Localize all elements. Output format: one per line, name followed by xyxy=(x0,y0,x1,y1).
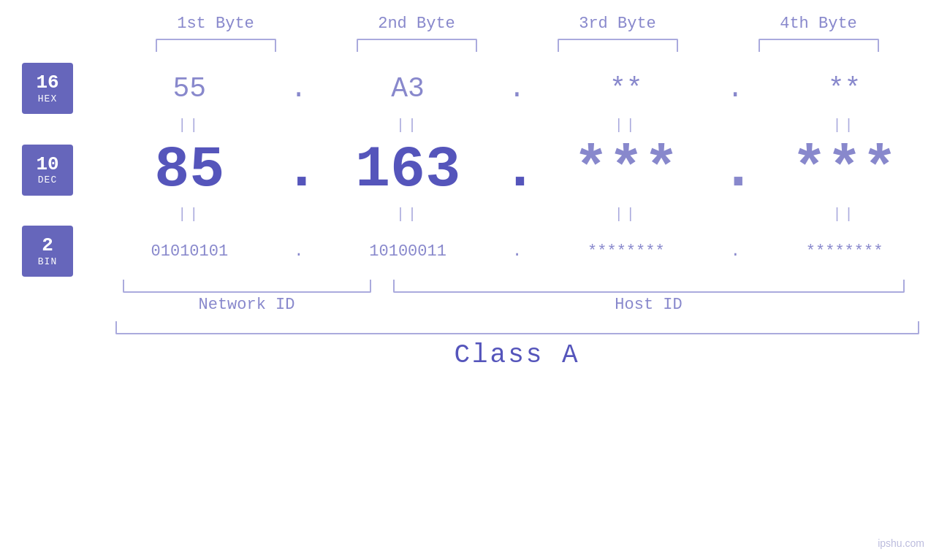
long-bracket-row xyxy=(115,321,919,334)
bin-badge-area: 2 BIN xyxy=(0,226,95,277)
byte1-header: 1st Byte xyxy=(115,15,316,33)
eq1-b1: || xyxy=(95,117,284,134)
host-bracket xyxy=(393,280,905,293)
hex-b3: ** xyxy=(532,73,721,104)
dec-b3: *** xyxy=(532,137,721,203)
network-id-label: Network ID xyxy=(115,296,379,314)
network-bracket-cell xyxy=(115,280,379,293)
byte2-header: 2nd Byte xyxy=(316,15,517,33)
eq1-b2: || xyxy=(313,117,503,134)
hex-sep1: . xyxy=(284,73,313,104)
hex-values: 55 . A3 . ** . ** xyxy=(95,73,939,104)
byte4-header: 4th Byte xyxy=(718,15,919,33)
byte3-header: 3rd Byte xyxy=(517,15,718,33)
equals-row-2: || || || || xyxy=(0,206,939,223)
bin-sep2: . xyxy=(503,242,532,261)
bracket-cell-2 xyxy=(316,39,517,52)
dec-badge-area: 10 DEC xyxy=(0,145,95,196)
main-container: 1st Byte 2nd Byte 3rd Byte 4th Byte 16 H… xyxy=(0,0,939,560)
bottom-brackets xyxy=(115,280,919,293)
id-labels: Network ID Host ID xyxy=(115,296,919,314)
bin-b2: 10100011 xyxy=(313,242,503,261)
eq1-b4: || xyxy=(750,117,939,134)
bin-row: 2 BIN 01010101 . 10100011 . ******** . *… xyxy=(0,226,939,277)
hex-sep2: . xyxy=(503,73,532,104)
bin-sep1: . xyxy=(284,242,313,261)
host-bracket-cell xyxy=(379,280,919,293)
hex-b2: A3 xyxy=(313,73,503,104)
class-label-container: Class A xyxy=(115,340,919,370)
dec-b1: 85 xyxy=(95,137,284,203)
bin-b4: ******** xyxy=(750,242,939,261)
hex-sep3: . xyxy=(721,73,750,104)
eq2-b4: || xyxy=(750,206,939,223)
bin-b1: 01010101 xyxy=(95,242,284,261)
hex-b4: ** xyxy=(750,73,939,104)
bin-values: 01010101 . 10100011 . ******** . *******… xyxy=(95,242,939,261)
hex-badge-area: 16 HEX xyxy=(0,63,95,114)
bracket-cell-3 xyxy=(517,39,718,52)
dec-sep3: . xyxy=(721,137,750,203)
long-bracket xyxy=(115,321,919,334)
bin-b3: ******** xyxy=(532,242,721,261)
network-bracket xyxy=(123,280,371,293)
bracket-cell-4 xyxy=(718,39,919,52)
dec-b2: 163 xyxy=(313,137,503,203)
eq2-b1: || xyxy=(95,206,284,223)
equals-row-1: || || || || xyxy=(0,117,939,134)
class-label: Class A xyxy=(454,340,579,370)
eq2-b2: || xyxy=(313,206,503,223)
dec-sep1: . xyxy=(284,137,313,203)
dec-values: 85 . 163 . *** . *** xyxy=(95,137,939,203)
dec-b4: *** xyxy=(750,137,939,203)
bracket-cell-1 xyxy=(115,39,316,52)
hex-badge: 16 HEX xyxy=(22,63,73,114)
watermark: ipshu.com xyxy=(878,537,924,549)
dec-badge: 10 DEC xyxy=(22,145,73,196)
host-id-label: Host ID xyxy=(379,296,919,314)
dec-sep2: . xyxy=(503,137,532,203)
hex-row: 16 HEX 55 . A3 . ** . ** xyxy=(0,63,939,114)
dec-row: 10 DEC 85 . 163 . *** . *** xyxy=(0,137,939,203)
bin-sep3: . xyxy=(721,242,750,261)
hex-b1: 55 xyxy=(95,73,284,104)
eq2-b3: || xyxy=(532,206,721,223)
eq1-b3: || xyxy=(532,117,721,134)
bin-badge: 2 BIN xyxy=(22,226,73,277)
